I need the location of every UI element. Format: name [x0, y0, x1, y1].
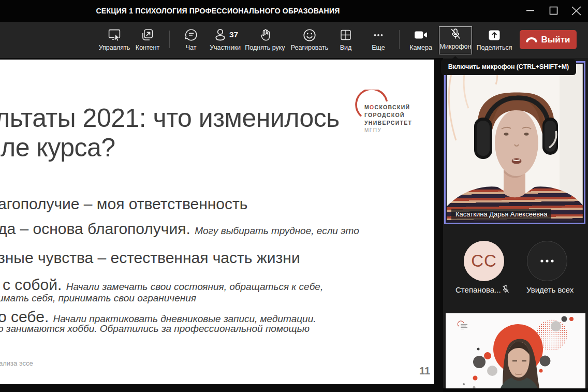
svg-text:МОСКОВСКИЙ: МОСКОВСКИЙ — [364, 104, 410, 110]
svg-text:УНИВЕРСИТЕТ: УНИВЕРСИТЕТ — [364, 120, 412, 126]
svg-text:ГОРОДСКОЙ: ГОРОДСКОЙ — [364, 112, 405, 118]
svg-text:МГПУ: МГПУ — [364, 127, 381, 133]
